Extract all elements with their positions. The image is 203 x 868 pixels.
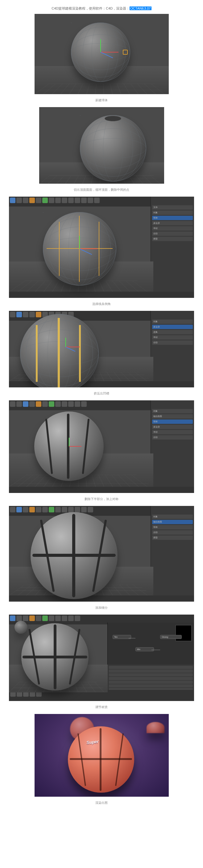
panel-row[interactable]: 类型	[152, 535, 193, 540]
panel-row[interactable]: 分段	[152, 435, 193, 439]
caption-8: 渲染出图	[95, 801, 108, 805]
panel-row[interactable]: 多边形	[152, 325, 193, 329]
final-render: Super	[35, 714, 169, 797]
panel-row[interactable]: 多边形	[152, 425, 193, 429]
panel-row[interactable]: 分段	[152, 530, 193, 535]
figure-7: Tex Mix Glossy	[9, 615, 194, 701]
side-panel[interactable]: 对象 多边形 选集 半径 分段	[150, 311, 194, 388]
figure-3: 文件 对象 球体 多边形 半径 分段 类型	[9, 197, 194, 298]
panel-row[interactable]: 分段	[152, 340, 193, 345]
viewport-2	[39, 107, 164, 184]
side-panel[interactable]: 对象 细分曲面 球体 多边形 半径 分段	[150, 400, 194, 493]
panel-row[interactable]: 半径	[152, 430, 193, 434]
shader-node[interactable]: Glossy	[160, 635, 182, 639]
caption-4: 挤压出凹槽	[94, 392, 109, 396]
viewport-1	[35, 14, 169, 94]
side-panel[interactable]: 对象 细分曲面 球体 分段 类型	[150, 506, 194, 601]
shader-node[interactable]: Tex	[112, 635, 131, 639]
figure-6: 对象 细分曲面 球体 分段 类型	[9, 506, 194, 601]
panel-row[interactable]: 球体	[152, 525, 193, 529]
panel-row[interactable]: 细分曲面	[152, 520, 193, 524]
panel-row[interactable]: 多边形	[152, 221, 193, 225]
caption-2: 切出顶面圆面，循环顶面，删除中间的点	[74, 188, 129, 192]
node-editor[interactable]: Tex Mix Glossy	[107, 623, 194, 701]
panel-row[interactable]: 球体	[152, 216, 193, 220]
panel-row[interactable]: 对象	[152, 515, 193, 519]
panel-row[interactable]: 选集	[152, 330, 193, 334]
panel-row[interactable]: 类型	[152, 237, 193, 241]
caption-6: 添加细分	[95, 606, 108, 610]
panel-row[interactable]: 分段	[152, 231, 193, 236]
viewport-6: 对象 细分曲面 球体 分段 类型	[9, 506, 194, 601]
panel-row[interactable]: 半径	[152, 226, 193, 230]
figure-1	[35, 14, 169, 94]
viewport-4: 对象 多边形 选集 半径 分段	[9, 311, 194, 388]
panel-row[interactable]: 对象	[152, 409, 193, 413]
viewport-5: 对象 细分曲面 球体 多边形 半径 分段	[9, 400, 194, 493]
caption-7: 调节材质	[95, 705, 108, 709]
shader-node[interactable]: Mix	[135, 647, 154, 651]
figure-5: 对象 细分曲面 球体 多边形 半径 分段	[9, 400, 194, 493]
intro-text: C4D篮球建模渲染教程，使用软件：C4D，渲染器：OCTANE3.07	[52, 6, 151, 11]
panel-row[interactable]: 对象	[152, 211, 193, 215]
panel-row[interactable]: 半径	[152, 335, 193, 340]
panel-row[interactable]: 细分曲面	[152, 414, 193, 418]
panel-row[interactable]: 球体	[152, 420, 193, 424]
viewport-3: 文件 对象 球体 多边形 半径 分段 类型	[9, 197, 194, 298]
figure-4: 对象 多边形 选集 半径 分段	[9, 311, 194, 388]
side-panel[interactable]: 文件 对象 球体 多边形 半径 分段 类型	[150, 197, 194, 298]
caption-3: 选择线条倒角	[92, 302, 111, 306]
viewport-7: Tex Mix Glossy	[9, 615, 194, 701]
bottom-bar	[9, 292, 194, 298]
figure-2	[39, 107, 164, 184]
highlight-selection: OCTANE3.07	[130, 6, 151, 10]
caption-1: 新建球体	[95, 98, 108, 102]
caption-5: 删除下半部分，加上对称	[84, 497, 119, 501]
bottom-bar	[9, 487, 194, 493]
figure-8: Super	[35, 714, 169, 797]
panel-row[interactable]: 对象	[152, 319, 193, 324]
panel-row[interactable]: 文件	[152, 205, 193, 210]
